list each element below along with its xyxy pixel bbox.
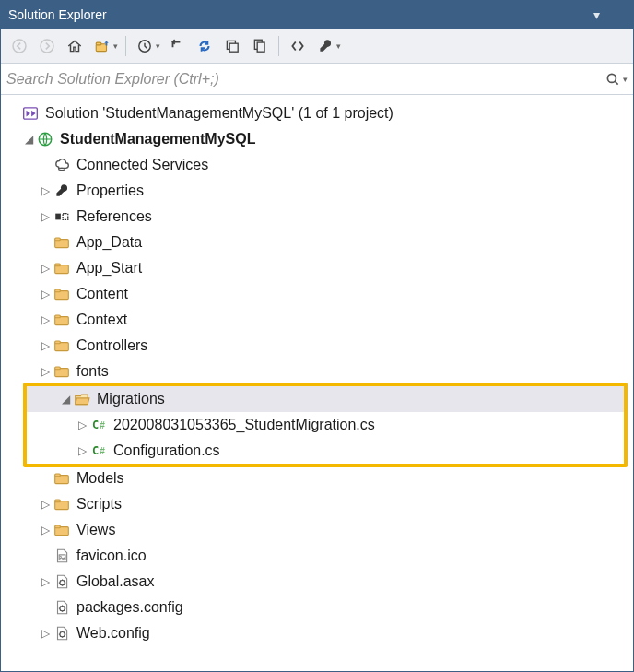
folder-fonts[interactable]: ▷ fonts: [1, 359, 633, 384]
folder-icon: [53, 311, 71, 329]
folder-icon: [53, 233, 71, 252]
node-label: 202008031053365_StudentMigration.cs: [113, 417, 375, 433]
view-code-button[interactable]: [285, 33, 311, 59]
toolbar: ▾ ▾ ▾: [1, 29, 633, 64]
pending-changes-button[interactable]: [132, 33, 158, 59]
expand-icon[interactable]: ▷: [38, 262, 53, 275]
file-student-migration[interactable]: ▷ C# 202008031053365_StudentMigration.cs: [27, 412, 624, 438]
expand-icon[interactable]: ▷: [38, 339, 53, 352]
window-titlebar: Solution Explorer ▾: [1, 1, 633, 29]
folder-models[interactable]: ▶ Models: [1, 466, 633, 491]
references-icon: [53, 207, 71, 226]
folder-context[interactable]: ▷ Context: [1, 307, 633, 333]
scope-to-button[interactable]: [89, 33, 115, 59]
expand-icon[interactable]: ▷: [38, 498, 53, 511]
folder-icon: [53, 336, 71, 355]
forward-button[interactable]: [34, 33, 60, 59]
expand-icon[interactable]: ◢: [58, 393, 73, 406]
expand-icon[interactable]: ▷: [38, 184, 53, 197]
svg-rect-3: [96, 42, 101, 45]
svg-point-13: [59, 168, 65, 170]
node-label: Properties: [76, 183, 144, 199]
node-label: Configuration.cs: [113, 442, 220, 459]
config-file-icon: [53, 598, 71, 617]
scope-dropdown[interactable]: ▾: [113, 41, 118, 51]
node-label: Models: [76, 470, 124, 487]
expand-icon[interactable]: ▷: [75, 444, 89, 457]
search-input[interactable]: [6, 71, 605, 88]
node-label: App_Data: [76, 234, 142, 251]
expand-icon[interactable]: ▷: [38, 288, 53, 301]
svg-rect-33: [55, 525, 61, 528]
svg-rect-29: [55, 474, 61, 477]
file-favicon[interactable]: ▶ favicon.ico: [1, 543, 633, 569]
properties-node[interactable]: ▷ Properties: [1, 178, 633, 204]
expand-icon[interactable]: ▷: [38, 627, 53, 640]
csharp-file-icon: C#: [89, 416, 108, 434]
svg-rect-27: [55, 367, 61, 370]
pending-changes-dropdown[interactable]: ▾: [156, 41, 160, 51]
folder-icon: [53, 285, 71, 303]
folder-controllers[interactable]: ▷ Controllers: [1, 333, 633, 359]
folder-content[interactable]: ▷ Content: [1, 281, 633, 307]
folder-icon: [53, 495, 71, 513]
svg-rect-17: [55, 238, 61, 241]
file-packages-config[interactable]: ▶ packages.config: [1, 595, 633, 620]
solution-tree: ▶ Solution 'StudentManagementMySQL' (1 o…: [1, 95, 633, 672]
csharp-file-icon: C#: [89, 442, 108, 460]
config-file-icon: [53, 624, 71, 643]
expand-icon[interactable]: ▷: [75, 419, 89, 431]
folder-migrations[interactable]: ◢ Migrations: [27, 386, 624, 412]
expand-icon[interactable]: ▷: [38, 210, 53, 223]
cloud-link-icon: [53, 156, 71, 174]
search-icon[interactable]: ▾: [605, 71, 628, 88]
svg-rect-4: [106, 42, 108, 45]
folder-app-data[interactable]: ▶ App_Data: [1, 230, 633, 255]
refresh-button[interactable]: [192, 33, 217, 59]
folder-app-start[interactable]: ▷ App_Start: [1, 255, 633, 281]
node-label: Migrations: [97, 391, 165, 407]
file-global-asax[interactable]: ▷ Global.asax: [1, 569, 633, 595]
svg-rect-25: [55, 341, 61, 344]
folder-scripts[interactable]: ▷ Scripts: [1, 491, 633, 517]
properties-dropdown[interactable]: ▾: [336, 41, 341, 51]
svg-rect-21: [55, 289, 61, 292]
search-bar: ▾: [1, 64, 633, 95]
home-button[interactable]: [62, 33, 88, 59]
node-label: Scripts: [76, 496, 122, 513]
solution-icon: [21, 104, 40, 123]
window-buttons: ▾: [593, 7, 626, 22]
file-configuration[interactable]: ▷ C# Configuration.cs: [27, 438, 624, 464]
window-options-icon[interactable]: ▾: [593, 7, 600, 22]
expand-icon[interactable]: ▷: [38, 575, 53, 588]
expand-icon[interactable]: ▷: [38, 365, 53, 378]
svg-rect-9: [257, 42, 264, 52]
expand-icon[interactable]: ▷: [38, 313, 53, 326]
node-label: fonts: [76, 363, 109, 380]
toolbar-separator: [125, 36, 126, 56]
back-button[interactable]: [6, 33, 32, 59]
connected-services-node[interactable]: ▶ Connected Services: [1, 152, 633, 178]
expand-icon[interactable]: ◢: [21, 133, 36, 146]
collapse-all-button[interactable]: [219, 33, 245, 59]
folder-views[interactable]: ▷ Views: [1, 517, 633, 543]
image-file-icon: [53, 547, 71, 565]
expand-icon[interactable]: ▷: [38, 524, 53, 536]
solution-label: Solution 'StudentManagementMySQL' (1 of …: [45, 105, 393, 122]
highlight-box: ◢ Migrations ▷ C# 202008031053365_Studen…: [23, 383, 628, 467]
svg-rect-23: [55, 315, 61, 318]
properties-button[interactable]: [312, 33, 338, 59]
project-node[interactable]: ◢ StudentManagementMySQL: [1, 126, 633, 152]
window-title: Solution Explorer: [8, 7, 593, 22]
show-all-files-button[interactable]: [247, 33, 273, 59]
file-web-config[interactable]: ▷ Web.config: [1, 620, 633, 646]
node-label: favicon.ico: [76, 548, 147, 564]
svg-rect-7: [229, 43, 238, 52]
references-node[interactable]: ▷ References: [1, 204, 633, 230]
sync-button[interactable]: [164, 33, 190, 59]
node-label: App_Start: [76, 260, 142, 277]
node-label: Context: [76, 312, 127, 328]
solution-node[interactable]: ▶ Solution 'StudentManagementMySQL' (1 o…: [1, 100, 633, 126]
node-label: Controllers: [76, 337, 147, 354]
folder-icon: [53, 362, 71, 381]
